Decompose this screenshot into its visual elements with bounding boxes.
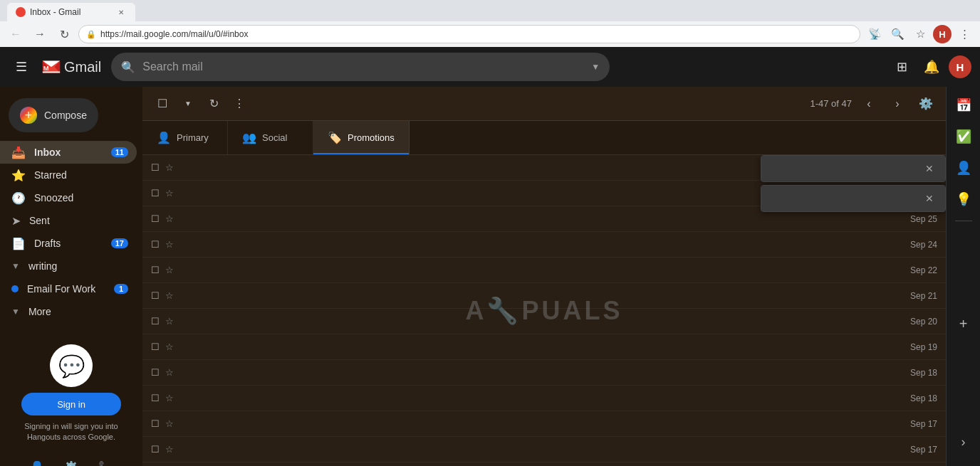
primary-tab-icon: 👤 — [157, 131, 171, 144]
tab-primary[interactable]: 👤 Primary — [142, 121, 228, 154]
email-row[interactable]: ☐ ☆ Sep 19 — [142, 334, 946, 360]
email-date: Sep 22 — [902, 265, 937, 275]
sidebar-item-sent[interactable]: ➤ Sent — [0, 209, 137, 232]
snoozed-icon: 🕐 — [11, 191, 26, 205]
settings-button[interactable]: ⚙️ — [914, 92, 937, 115]
tasks-panel-button[interactable]: ✅ — [951, 124, 976, 149]
social-tab-icon: 👥 — [242, 131, 256, 144]
browser-profile[interactable]: H — [933, 25, 952, 43]
email-star-icon[interactable]: ☆ — [165, 162, 174, 173]
popup-close-2[interactable]: ✕ — [922, 191, 937, 206]
sidebar-item-more[interactable]: ▼ More — [0, 300, 137, 323]
sign-in-button[interactable]: Sign in — [21, 393, 121, 415]
email-checkbox[interactable]: ☐ — [151, 213, 160, 224]
email-star-icon[interactable]: ☆ — [165, 316, 174, 327]
add-people-button[interactable]: 👤 — [26, 456, 48, 466]
forward-button[interactable]: → — [30, 24, 50, 44]
hamburger-button[interactable]: ☰ — [9, 54, 34, 80]
select-all-button[interactable]: ☐ — [151, 92, 174, 115]
email-star-icon[interactable]: ☆ — [165, 239, 174, 250]
more-label: More — [28, 306, 51, 317]
more-options-button[interactable]: ⋮ — [228, 92, 251, 115]
contacts-panel-button[interactable]: 👤 — [951, 155, 976, 181]
popup-close-1[interactable]: ✕ — [922, 161, 937, 176]
keep-panel-button[interactable]: 💡 — [951, 186, 976, 212]
right-panel-divider — [955, 221, 972, 221]
active-tab[interactable]: Inbox - Gmail ✕ — [7, 3, 135, 21]
phone-button[interactable]: 📞 — [94, 456, 117, 466]
email-row[interactable]: ☐ ☆ Sep 20 — [142, 309, 946, 334]
email-row[interactable]: ☐ ☆ Sep 18 — [142, 386, 946, 411]
email-row[interactable]: ☐ ☆ Sep 24 — [142, 232, 946, 258]
expand-panel-button[interactable]: › — [951, 429, 976, 455]
notifications-button[interactable]: 🔔 — [919, 54, 944, 80]
email-star-icon[interactable]: ☆ — [165, 393, 174, 403]
calendar-panel-button[interactable]: 📅 — [951, 92, 976, 118]
email-star-icon[interactable]: ☆ — [165, 444, 174, 455]
popup-box-1: ✕ — [761, 155, 946, 182]
email-checkbox[interactable]: ☐ — [151, 418, 160, 429]
email-checkbox[interactable]: ☐ — [151, 316, 160, 327]
bookmark-button[interactable]: ☆ — [910, 24, 930, 44]
sidebar-footer: 👤 ⚙️ 📞 — [0, 450, 142, 466]
settings-footer-button[interactable]: ⚙️ — [60, 456, 83, 466]
email-checkbox[interactable]: ☐ — [151, 393, 160, 403]
email-row[interactable]: ☐ ☆ Sep 18 — [142, 360, 946, 386]
select-dropdown-button[interactable]: ▼ — [177, 92, 199, 115]
email-for-work-dot — [11, 285, 19, 292]
back-button[interactable]: ← — [6, 24, 26, 44]
zoom-button[interactable]: 🔍 — [887, 24, 907, 44]
address-bar[interactable]: 🔒 https://mail.google.com/mail/u/0/#inbo… — [78, 25, 860, 43]
email-star-icon[interactable]: ☆ — [165, 290, 174, 301]
tab-social[interactable]: 👥 Social — [228, 121, 313, 154]
email-checkbox[interactable]: ☐ — [151, 341, 160, 352]
search-bar[interactable]: 🔍 Search mail ▼ — [111, 53, 610, 81]
writing-label-item[interactable]: ▼ writing — [0, 255, 137, 277]
email-star-icon[interactable]: ☆ — [165, 213, 174, 224]
gmail-logo-svg: M — [41, 59, 61, 75]
newer-page-button[interactable]: › — [886, 92, 909, 115]
email-date: Sep 18 — [902, 368, 937, 378]
older-page-button[interactable]: ‹ — [858, 92, 880, 115]
email-row[interactable]: ☐ ☆ Sep 22 — [142, 258, 946, 283]
refresh-button[interactable]: ↻ — [202, 92, 225, 115]
google-apps-button[interactable]: ⊞ — [889, 54, 914, 80]
email-checkbox[interactable]: ☐ — [151, 239, 160, 250]
email-checkbox[interactable]: ☐ — [151, 367, 160, 378]
tab-close-icon[interactable]: ✕ — [115, 6, 127, 18]
compose-button[interactable]: + Compose — [9, 98, 98, 132]
email-checkbox[interactable]: ☐ — [151, 444, 160, 455]
more-button[interactable]: ⋮ — [954, 24, 974, 44]
sidebar-item-inbox[interactable]: 📥 Inbox 11 — [0, 141, 137, 164]
email-row[interactable]: ☐ ☆ Sep 16 — [142, 462, 946, 466]
email-star-icon[interactable]: ☆ — [165, 341, 174, 352]
email-row[interactable]: ☐ ☆ Sep 17 — [142, 437, 946, 462]
add-panel-button[interactable]: + — [954, 314, 974, 334]
tab-promotions[interactable]: 🏷️ Promotions — [313, 121, 410, 154]
email-star-icon[interactable]: ☆ — [165, 265, 174, 275]
sidebar-item-starred[interactable]: ⭐ Starred — [0, 164, 137, 186]
search-placeholder-text: Search mail — [142, 60, 584, 73]
reload-button[interactable]: ↻ — [54, 24, 74, 44]
inbox-label: Inbox — [34, 147, 103, 158]
header-profile-avatar[interactable]: H — [949, 55, 971, 78]
sidebar-item-drafts[interactable]: 📄 Drafts 17 — [0, 232, 137, 255]
email-star-icon[interactable]: ☆ — [165, 188, 174, 198]
cast-button[interactable]: 📡 — [865, 24, 885, 44]
email-checkbox[interactable]: ☐ — [151, 265, 160, 275]
search-dropdown-icon[interactable]: ▼ — [591, 62, 600, 72]
email-date: Sep 18 — [902, 393, 937, 403]
drafts-icon: 📄 — [11, 237, 26, 250]
email-for-work-label-item[interactable]: Email For Work 1 — [0, 277, 137, 300]
email-checkbox[interactable]: ☐ — [151, 188, 160, 198]
email-checkbox[interactable]: ☐ — [151, 162, 160, 173]
email-date: Sep 17 — [902, 419, 937, 429]
email-checkbox[interactable]: ☐ — [151, 290, 160, 301]
hangouts-description: Signing in will sign you into Hangouts a… — [11, 421, 131, 443]
email-row[interactable]: ☐ ☆ Sep 17 — [142, 411, 946, 437]
email-star-icon[interactable]: ☆ — [165, 418, 174, 429]
sidebar-item-snoozed[interactable]: 🕐 Snoozed — [0, 186, 137, 209]
writing-label-text: writing — [28, 260, 57, 272]
email-star-icon[interactable]: ☆ — [165, 367, 174, 378]
email-row[interactable]: ☐ ☆ Sep 21 — [142, 283, 946, 309]
